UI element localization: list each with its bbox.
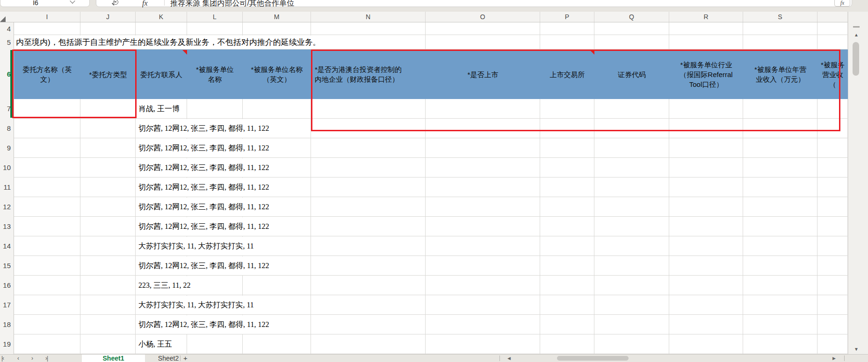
cell-P18[interactable] (540, 315, 594, 334)
first-sheet-icon[interactable]: |‹ (1, 355, 4, 362)
header-cell-P6[interactable]: 上市交易所 (540, 50, 594, 99)
column-header-I[interactable]: I (14, 12, 80, 22)
cell-O9[interactable] (426, 138, 540, 157)
row-header-13[interactable]: 13 (0, 217, 11, 236)
row-header-8[interactable]: 8 (0, 119, 11, 138)
cell-O11[interactable] (426, 177, 540, 197)
cell-Q18[interactable] (594, 315, 669, 334)
column-header-K[interactable]: K (136, 12, 187, 22)
cell-R8[interactable] (669, 119, 743, 138)
row-header-7[interactable]: 7 (0, 99, 11, 119)
cell-S5[interactable] (743, 35, 817, 49)
column-header-J[interactable]: J (80, 12, 136, 22)
cell-N15[interactable] (311, 256, 426, 275)
header-cell-Q6[interactable]: 证券代码 (594, 50, 669, 99)
scroll-left-icon[interactable]: ◀ (507, 356, 511, 361)
cell-O16[interactable] (426, 276, 540, 295)
cell-S16[interactable] (743, 276, 817, 295)
cell-I19[interactable] (14, 334, 80, 354)
cell-P17[interactable] (540, 295, 594, 314)
add-sheet-button[interactable]: + (183, 355, 188, 362)
split-handle[interactable] (853, 26, 860, 28)
column-header-O[interactable]: O (426, 12, 540, 22)
cell-O7[interactable] (426, 99, 540, 118)
cell-K17[interactable]: 大苏打实打实, 11, 大苏打实打实, 11 (137, 296, 255, 314)
cell-Q5[interactable] (594, 35, 669, 49)
cell-N11[interactable] (311, 177, 426, 197)
cell-J16[interactable] (80, 276, 136, 295)
cell-Q8[interactable] (594, 119, 669, 138)
row-header-9[interactable]: 9 (0, 138, 11, 158)
cell-S4[interactable] (743, 22, 817, 35)
header-cell-J6[interactable]: *委托方类型 (80, 50, 136, 99)
header-cell-I6[interactable]: 委托方名称（英文） (14, 50, 80, 99)
cell-J4[interactable] (80, 22, 136, 35)
next-sheet-icon[interactable]: › (31, 355, 33, 362)
cell-I10[interactable] (14, 158, 80, 177)
cell-T7[interactable] (817, 99, 848, 118)
cell-Q14[interactable] (594, 236, 669, 256)
select-all-corner-icon[interactable] (0, 16, 6, 22)
cell-L7[interactable] (187, 99, 243, 118)
cell-I13[interactable] (14, 217, 80, 236)
column-header-L[interactable]: L (187, 12, 243, 22)
cell-S14[interactable] (743, 236, 817, 256)
cell-I4[interactable] (14, 22, 80, 35)
cell-R19[interactable] (669, 334, 743, 354)
name-box-value[interactable]: I6 (0, 0, 71, 7)
row-header-11[interactable]: 11 (0, 177, 11, 197)
cell-J7[interactable] (80, 99, 136, 118)
cell-P9[interactable] (540, 138, 594, 157)
cell-note-row5[interactable]: 内至境内)，包括源于自主维护产生的延续业务及新业务，不包括对内推介的延续业务。 (14, 35, 322, 49)
cell-T19[interactable] (817, 334, 848, 354)
cell-N8[interactable] (311, 119, 426, 138)
cell-K18[interactable]: 切尔茜, 12网12, 张三, 李四, 都得, 11, 122 (137, 315, 270, 334)
cell-I18[interactable] (14, 315, 80, 334)
column-header-S[interactable]: S (743, 12, 817, 22)
cell-T10[interactable] (817, 158, 848, 177)
header-cell-N6[interactable]: *是否为港澳台投资者控制的内地企业（财政报备口径） (311, 50, 426, 99)
search-icon[interactable] (113, 0, 118, 5)
cell-J17[interactable] (80, 295, 136, 314)
cell-P10[interactable] (540, 158, 594, 177)
cell-S8[interactable] (743, 119, 817, 138)
cell-M7[interactable] (243, 99, 311, 118)
column-header-P[interactable]: P (540, 12, 594, 22)
cell-O19[interactable] (426, 334, 540, 354)
cell-K14[interactable]: 大苏打实打实, 11, 大苏打实打实, 11 (137, 237, 255, 256)
cell-S9[interactable] (743, 138, 817, 157)
cell-J8[interactable] (80, 119, 136, 138)
cell-N19[interactable] (311, 334, 426, 354)
cell-P11[interactable] (540, 177, 594, 197)
cell-N14[interactable] (311, 236, 426, 256)
cell-Q15[interactable] (594, 256, 669, 275)
cell-N13[interactable] (311, 217, 426, 236)
header-cell-L6[interactable]: *被服务单位名称 (187, 50, 243, 99)
cell-I11[interactable] (14, 177, 80, 197)
cell-K7[interactable]: 肖战, 王一博 (137, 99, 181, 118)
expand-formula-button[interactable]: fx (834, 0, 850, 7)
cell-Q11[interactable] (594, 177, 669, 197)
cell-L4[interactable] (187, 22, 243, 35)
cell-Q12[interactable] (594, 197, 669, 216)
cell-T11[interactable] (817, 177, 848, 197)
row-header-18[interactable]: 18 (0, 315, 11, 334)
cell-T9[interactable] (817, 138, 848, 157)
row-header-19[interactable]: 19 (0, 334, 11, 354)
cell-J18[interactable] (80, 315, 136, 334)
cell-R16[interactable] (669, 276, 743, 295)
cell-T15[interactable] (817, 256, 848, 275)
cell-T12[interactable] (817, 197, 848, 216)
row-header-10[interactable]: 10 (0, 158, 11, 177)
cell-T14[interactable] (817, 236, 848, 256)
cell-J11[interactable] (80, 177, 136, 197)
vertical-scrollbar[interactable]: ▲ ▼ (848, 12, 868, 354)
cell-N7[interactable] (311, 99, 426, 118)
cell-O4[interactable] (426, 22, 540, 35)
cell-R15[interactable] (669, 256, 743, 275)
header-cell-M6[interactable]: *被服务单位名称（英文） (243, 50, 311, 99)
row-header-17[interactable]: 17 (0, 295, 11, 315)
cell-N17[interactable] (311, 295, 426, 314)
formula-bar[interactable]: fx 推荐来源 集团内部公司/其他合作单位 fx (96, 0, 852, 7)
cell-T17[interactable] (817, 295, 848, 314)
